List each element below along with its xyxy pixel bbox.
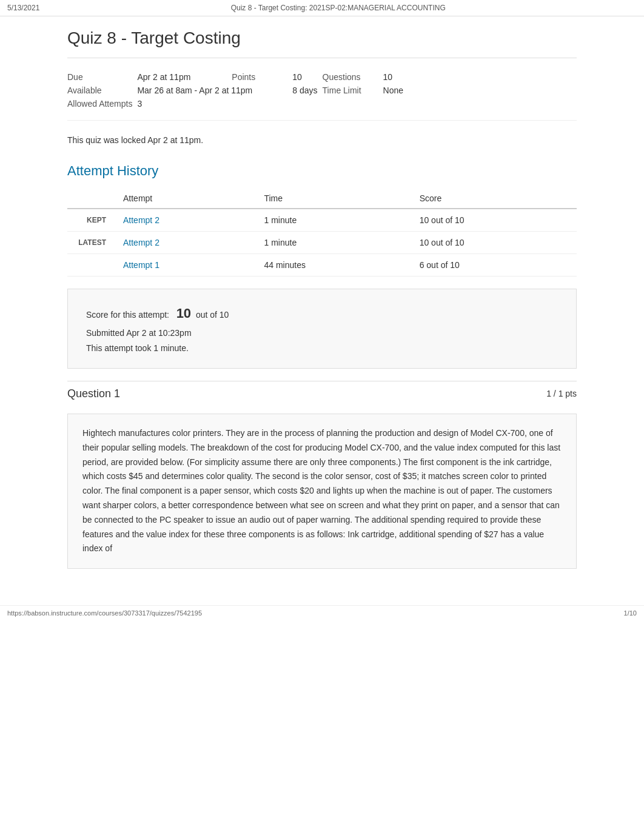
score-summary: Score for this attempt: 10 out of 10 Sub…: [67, 289, 577, 369]
attempt-row-time-3: 44 minutes: [257, 254, 412, 277]
score-line: Score for this attempt: 10 out of 10: [86, 301, 558, 326]
attempt-row-1: KEPTAttempt 21 minute10 out of 10: [67, 209, 577, 232]
attempt-row-3: Attempt 144 minutes6 out of 10: [67, 254, 577, 277]
attempt-row-label-3: [67, 254, 116, 277]
attempt-row-link-3[interactable]: Attempt 1: [116, 254, 257, 277]
available-label: Available: [67, 84, 137, 97]
time-limit-value: None: [383, 84, 408, 97]
attempt-history-section: Attempt History Attempt Time Score KEPTA…: [67, 163, 577, 277]
question-1-header: Question 1 1 / 1 pts: [67, 381, 577, 406]
meta-row-due: Due Apr 2 at 11pm Points 10 Questions 10: [67, 70, 408, 84]
submitted-line: Submitted Apr 2 at 10:23pm: [86, 326, 558, 341]
attempt-row-time-2: 1 minute: [257, 232, 412, 254]
questions-label: Questions: [323, 70, 383, 84]
browser-page-number: 1/10: [624, 609, 637, 617]
attempts-table: Attempt Time Score KEPTAttempt 21 minute…: [67, 189, 577, 277]
quiz-meta: Due Apr 2 at 11pm Points 10 Questions 10…: [67, 70, 577, 121]
browser-tab-title: Quiz 8 - Target Costing: 2021SP-02:MANAG…: [39, 4, 637, 12]
col-label-header: [67, 189, 116, 209]
browser-url: https://babson.instructure.com/courses/3…: [7, 609, 202, 617]
time-limit-label: Time Limit: [323, 84, 383, 97]
attempt-row-link-1[interactable]: Attempt 2: [116, 209, 257, 232]
attempt-row-time-1: 1 minute: [257, 209, 412, 232]
meta-row-attempts: Allowed Attempts 3: [67, 97, 408, 110]
points-value: 10: [292, 70, 322, 84]
col-score-header: Score: [412, 189, 577, 209]
score-label: Score for this attempt:: [86, 310, 169, 320]
quiz-title: Quiz 8 - Target Costing: [67, 29, 577, 58]
attempt-row-score-3: 6 out of 10: [412, 254, 577, 277]
locked-notice-text: This quiz was locked Apr 2 at 11pm.: [67, 135, 577, 145]
col-time-header: Time: [257, 189, 412, 209]
due-value: Apr 2 at 11pm: [137, 70, 195, 84]
locked-notice: This quiz was locked Apr 2 at 11pm.: [67, 135, 577, 145]
questions-value: 10: [383, 70, 408, 84]
due-label: Due: [67, 70, 137, 84]
attempt-history-title: Attempt History: [67, 163, 577, 179]
score-suffix: out of 10: [196, 310, 229, 320]
browser-date: 5/13/2021: [7, 4, 39, 12]
attempt-row-2: LATESTAttempt 21 minute10 out of 10: [67, 232, 577, 254]
attempt-row-label-2: LATEST: [67, 232, 116, 254]
attempt-row-score-1: 10 out of 10: [412, 209, 577, 232]
col-attempt-header: Attempt: [116, 189, 257, 209]
attempt-row-label-1: KEPT: [67, 209, 116, 232]
available-value: Mar 26 at 8am - Apr 2 at 11pm: [137, 84, 292, 97]
points-label: Points: [232, 70, 292, 84]
question-1-pts: 1 / 1 pts: [546, 389, 577, 398]
allowed-attempts-value: 3: [137, 97, 195, 110]
meta-row-available: Available Mar 26 at 8am - Apr 2 at 11pm …: [67, 84, 408, 97]
question-1-title: Question 1: [67, 387, 120, 400]
allowed-attempts-label: Allowed Attempts: [67, 97, 137, 110]
available-duration: 8 days: [292, 84, 322, 97]
attempt-row-score-2: 10 out of 10: [412, 232, 577, 254]
attempt-row-link-2[interactable]: Attempt 2: [116, 232, 257, 254]
question-section: Question 1 1 / 1 pts Hightech manufactur…: [67, 381, 577, 569]
meta-table: Due Apr 2 at 11pm Points 10 Questions 10…: [67, 70, 408, 110]
browser-bar: 5/13/2021 Quiz 8 - Target Costing: 2021S…: [0, 0, 644, 16]
question-1-body: Hightech manufactures color printers. Th…: [67, 414, 577, 569]
duration-line: This attempt took 1 minute.: [86, 341, 558, 356]
browser-bottom-bar: https://babson.instructure.com/courses/3…: [0, 605, 644, 620]
score-value: 10: [176, 306, 191, 321]
page-content: Quiz 8 - Target Costing Due Apr 2 at 11p…: [43, 16, 601, 593]
attempts-table-header-row: Attempt Time Score: [67, 189, 577, 209]
